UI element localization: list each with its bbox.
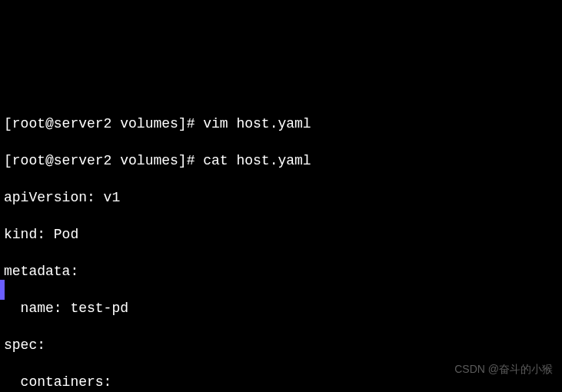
terminal-line: spec: xyxy=(4,336,558,354)
terminal-line: name: test-pd xyxy=(4,299,558,317)
terminal-line[interactable]: [root@server2 volumes]# cat host.yaml xyxy=(4,151,558,170)
terminal-line[interactable]: [root@server2 volumes]# vim host.yaml xyxy=(4,115,558,133)
terminal-line: metadata: xyxy=(4,262,558,281)
terminal-line: kind: Pod xyxy=(4,225,558,244)
watermark-text: CSDN @奋斗的小猴 xyxy=(454,360,553,378)
terminal-line: apiVersion: v1 xyxy=(4,188,558,207)
terminal-highlight-bar xyxy=(0,280,5,300)
